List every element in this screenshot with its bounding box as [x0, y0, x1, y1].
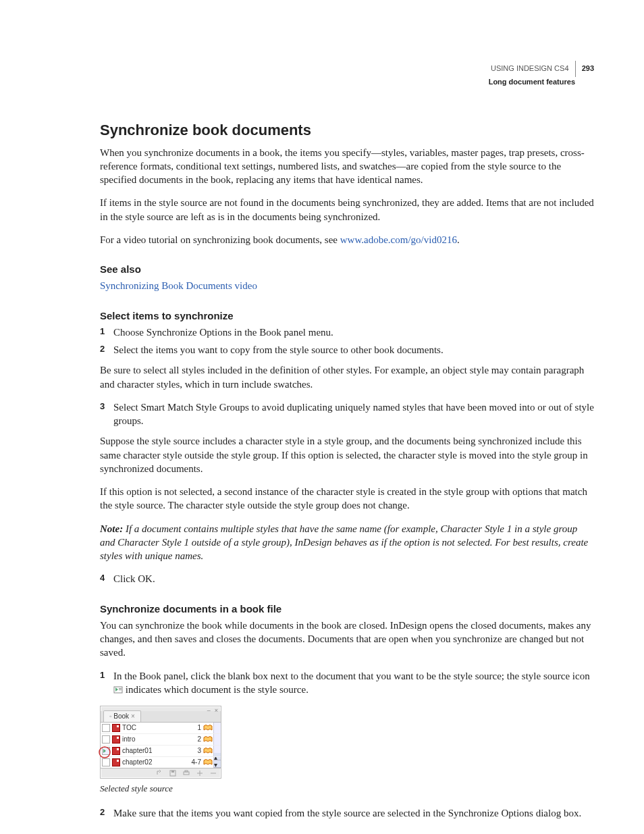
svg-rect-1 [119, 688, 122, 689]
step-item: Click OK. [100, 572, 594, 585]
doc-name: TOC [122, 723, 195, 733]
body-paragraph: You can synchronize the book while docum… [100, 619, 594, 660]
save-icon[interactable] [169, 770, 176, 777]
panel-footer [101, 768, 221, 778]
see-also-link[interactable]: Synchronizing Book Documents video [100, 280, 257, 291]
book-icon [203, 736, 213, 743]
running-head-product: USING INDESIGN CS4 [491, 64, 569, 72]
panel-tab[interactable]: ◦ Book × [103, 710, 141, 722]
body-paragraph: If items in the style source are not fou… [100, 196, 594, 224]
section-heading: Synchronize book documents [100, 120, 594, 140]
video-link[interactable]: www.adobe.com/go/vid0216 [340, 234, 457, 245]
book-icon [203, 759, 213, 766]
svg-rect-5 [171, 771, 174, 773]
body-paragraph: Be sure to select all styles included in… [100, 363, 594, 391]
doc-name: chapter01 [122, 746, 195, 756]
body-paragraph: For a video tutorial on synchronizing bo… [100, 233, 594, 246]
body-paragraph: If this option is not selected, a second… [100, 485, 594, 513]
book-icon [203, 748, 213, 754]
note-label: Note: [100, 523, 123, 534]
page-range: 4-7 [192, 758, 201, 767]
sync-icon[interactable] [156, 770, 163, 777]
minimize-icon: – [207, 706, 211, 711]
step-item: In the Book panel, click the blank box n… [100, 669, 594, 698]
text: indicates which document is the style so… [126, 684, 308, 695]
running-head-section: Long document features [100, 77, 594, 88]
step-item: Select Smart Match Style Groups to avoid… [100, 400, 594, 428]
book-panel-row[interactable]: chapter01 3 [101, 746, 221, 757]
doc-name: chapter02 [122, 758, 190, 767]
book-panel: – × ◦ Book × ▴ ▾ TOC 1 [100, 706, 221, 779]
style-source-box[interactable] [102, 724, 110, 732]
figure-book-panel: – × ◦ Book × ▴ ▾ TOC 1 [100, 706, 594, 795]
body-paragraph: Suppose the style source includes a char… [100, 434, 594, 475]
document-icon [112, 747, 120, 755]
print-icon[interactable] [183, 770, 190, 777]
svg-point-3 [99, 747, 110, 758]
style-source-box[interactable] [102, 735, 110, 744]
subheading-select-items: Select items to synchronize [100, 309, 594, 323]
remove-icon[interactable] [210, 770, 217, 777]
add-icon[interactable] [196, 770, 203, 777]
page-range: 2 [197, 735, 201, 744]
style-source-indicator-icon [99, 746, 108, 756]
close-icon: × [215, 706, 218, 711]
document-icon [112, 724, 120, 732]
body-paragraph: When you synchronize documents in a book… [100, 146, 594, 187]
note-body: If a document contains multiple styles t… [100, 523, 588, 562]
text: For a video tutorial on synchronizing bo… [100, 234, 340, 245]
note-paragraph: Note: If a document contains multiple st… [100, 522, 594, 563]
step-item: Choose Synchronize Options in the Book p… [100, 325, 594, 339]
document-icon [112, 735, 120, 744]
page-range: 3 [197, 746, 201, 756]
running-head: USING INDESIGN CS4 293 Long document fea… [100, 61, 594, 88]
see-also-heading: See also [100, 263, 594, 276]
book-icon [203, 725, 213, 731]
svg-rect-6 [184, 772, 189, 775]
page-range: 1 [197, 723, 201, 733]
doc-name: intro [122, 735, 195, 744]
text: In the Book panel, click the blank box n… [113, 671, 590, 681]
step-item: Select the items you want to copy from t… [100, 343, 594, 357]
style-source-box[interactable] [102, 758, 110, 766]
book-panel-list: ▴ ▾ TOC 1 intro 2 [101, 722, 221, 768]
book-panel-row[interactable]: intro 2 [101, 734, 221, 746]
svg-rect-2 [119, 689, 122, 690]
page-number: 293 [582, 64, 594, 72]
text: . [457, 234, 460, 245]
book-panel-row[interactable]: TOC 1 [101, 723, 221, 734]
svg-rect-7 [185, 771, 188, 772]
figure-caption: Selected style source [100, 783, 594, 795]
subheading-sync-documents: Synchronize documents in a book file [100, 602, 594, 616]
style-source-icon [113, 683, 123, 697]
book-panel-row[interactable]: chapter02 4-7 [101, 757, 221, 768]
document-icon [112, 758, 120, 766]
step-item: Make sure that the items you want copied… [100, 806, 594, 820]
